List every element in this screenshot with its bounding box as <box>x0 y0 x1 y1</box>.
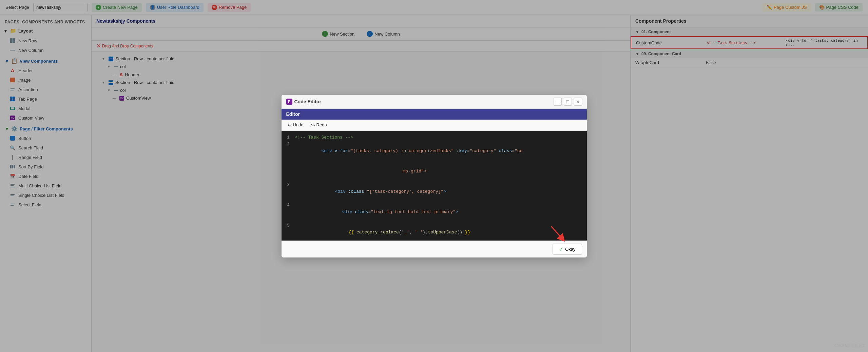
code-line-2: 2 <div v-for="(tasks, category) in categ… <box>282 141 587 161</box>
line-content-1: <!-- Task Sections --> <box>294 134 587 141</box>
line-content-5: {{ category.replace('_', ' ').toUpperCas… <box>294 222 587 241</box>
line-num-2: 2 <box>282 141 294 148</box>
line-content-2b: mp-grid"> <box>294 161 587 182</box>
modal-p-icon: P <box>286 99 292 105</box>
line-content-2: <div v-for="(tasks, category) in categor… <box>294 141 587 161</box>
code-line-3: 3 <div :class="['task-category', categor… <box>282 182 587 202</box>
code-editor-modal: P Code Editor — □ ✕ Editor ↩ Undo ↪ Redo <box>282 95 587 257</box>
line-content-3: <div :class="['task-category', category]… <box>294 182 587 202</box>
undo-icon: ↩ <box>288 122 292 128</box>
line-num-3: 3 <box>282 182 294 188</box>
okay-checkmark-icon: ✓ <box>559 246 563 252</box>
editor-header: Editor <box>282 109 587 120</box>
modal-controls: — □ ✕ <box>554 98 582 106</box>
code-line-2b: mp-grid"> <box>282 161 587 182</box>
code-line-5: 5 {{ category.replace('_', ' ').toUpperC… <box>282 222 587 241</box>
arrow-icon <box>549 225 566 242</box>
redo-button[interactable]: ↪ Redo <box>309 122 329 128</box>
line-num-4: 4 <box>282 202 294 209</box>
code-line-1: 1 <!-- Task Sections --> <box>282 134 587 141</box>
redo-icon: ↪ <box>311 122 315 128</box>
modal-close-button[interactable]: ✕ <box>574 98 582 106</box>
undo-button[interactable]: ↩ Undo <box>286 122 306 128</box>
line-num-1: 1 <box>282 134 294 141</box>
line-content-4: <div class="text-lg font-bold text-prima… <box>294 202 587 222</box>
watermark: CSDN@花花花1 <box>834 343 865 349</box>
code-area[interactable]: 1 <!-- Task Sections --> 2 <div v-for="(… <box>282 131 587 241</box>
modal-title: P Code Editor <box>286 99 321 105</box>
code-line-4: 4 <div class="text-lg font-bold text-pri… <box>282 202 587 222</box>
editor-footer: ✓ Okay <box>282 241 587 257</box>
modal-titlebar: P Code Editor — □ ✕ <box>282 95 587 109</box>
okay-button[interactable]: ✓ Okay <box>553 244 582 255</box>
arrow-container <box>549 225 566 243</box>
modal-overlay[interactable]: P Code Editor — □ ✕ Editor ↩ Undo ↪ Redo <box>0 0 868 352</box>
editor-toolbar: ↩ Undo ↪ Redo <box>282 120 587 131</box>
modal-maximize-button[interactable]: □ <box>564 98 572 106</box>
modal-minimize-button[interactable]: — <box>554 98 562 106</box>
line-num-5: 5 <box>282 222 294 229</box>
svg-line-0 <box>551 226 562 239</box>
